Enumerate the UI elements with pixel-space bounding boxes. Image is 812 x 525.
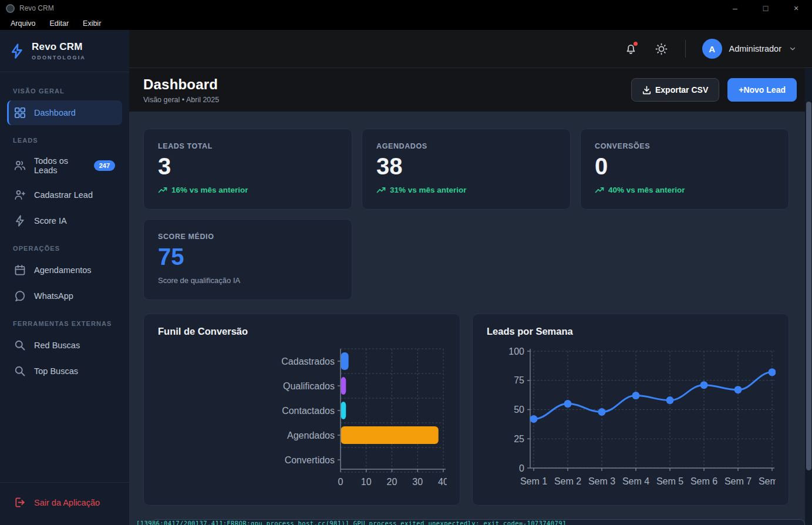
console-log-line: [13986:0417/200137.411:ERROR:gpu_process… <box>136 520 567 525</box>
stat-card-score-medio: SCORE MÉDIO75Score de qualificação IA <box>143 219 352 300</box>
svg-text:25: 25 <box>514 434 524 444</box>
console-strip: [13986:0417/200137.411:ERROR:gpu_process… <box>130 519 805 525</box>
stat-card-leads-total: LEADS TOTAL316% vs mês anterior <box>143 129 352 210</box>
maximize-button[interactable]: □ <box>759 4 772 13</box>
scrollbar-thumb[interactable] <box>806 102 811 470</box>
svg-text:30: 30 <box>412 477 423 487</box>
notifications-button[interactable] <box>624 42 638 56</box>
app-window: Revo CRM – □ × Arquivo Editar Exibir Rev… <box>0 0 812 525</box>
menu-editar[interactable]: Editar <box>43 18 75 29</box>
sidebar-item-top-buscas[interactable]: Top Buscas <box>7 359 122 383</box>
minimize-button[interactable]: – <box>729 4 742 13</box>
sidebar-nav: VISÃO GERALDashboardLEADSTodos os Leads2… <box>0 72 129 482</box>
nav-section-label-operacoes: OPERAÇÕES <box>13 245 116 252</box>
svg-text:10: 10 <box>361 477 372 487</box>
sidebar-item-whatsapp[interactable]: WhatsApp <box>7 284 122 308</box>
user-menu[interactable]: A Administrador <box>702 39 797 59</box>
sidebar-item-label: Cadastrar Lead <box>34 190 93 200</box>
stat-card-agendados: AGENDADOS3831% vs mês anterior <box>362 129 571 210</box>
window-title: Revo CRM <box>19 4 54 12</box>
calendar-icon <box>14 264 26 276</box>
vertical-scrollbar[interactable] <box>805 69 812 525</box>
notification-dot <box>634 42 638 46</box>
svg-text:0: 0 <box>338 477 343 487</box>
funnel-chart-title: Funil de Conversão <box>158 326 446 337</box>
stat-subtext: Score de qualificação IA <box>158 276 338 285</box>
svg-text:75: 75 <box>514 375 524 385</box>
page-title: Dashboard <box>143 76 219 93</box>
stat-trend: 16% vs mês anterior <box>158 186 338 194</box>
menu-exibir[interactable]: Exibir <box>77 18 107 29</box>
chevron-down-icon <box>789 45 797 53</box>
export-csv-label: Exportar CSV <box>655 85 708 95</box>
sidebar-item-label: Todos os Leads <box>34 156 86 175</box>
search-icon <box>14 365 26 377</box>
brand-name: Revo CRM <box>32 41 86 53</box>
main-area: A Administrador Dashboard Visão geral • … <box>129 30 812 525</box>
sidebar-item-red-buscas[interactable]: Red Buscas <box>7 333 122 358</box>
logout-button[interactable]: Sair da Aplicação <box>7 491 122 514</box>
svg-text:40: 40 <box>438 477 447 487</box>
sidebar-item-dashboard[interactable]: Dashboard <box>7 100 122 125</box>
stat-value: 38 <box>376 154 556 179</box>
svg-text:Contactados: Contactados <box>282 406 335 416</box>
logout-label: Sair da Aplicação <box>34 498 100 507</box>
svg-text:Sem 1: Sem 1 <box>520 476 547 486</box>
svg-text:100: 100 <box>508 346 524 356</box>
stats-grid: LEADS TOTAL316% vs mês anteriorAGENDADOS… <box>143 129 789 300</box>
svg-text:0: 0 <box>519 463 524 473</box>
stat-card-conversoes: CONVERSÕES040% vs mês anterior <box>580 129 789 210</box>
svg-text:Sem 2: Sem 2 <box>554 476 581 486</box>
chat-icon <box>14 290 26 302</box>
stat-value: 3 <box>158 154 338 179</box>
app-icon <box>6 4 15 13</box>
stat-value: 75 <box>158 244 338 269</box>
sidebar-item-cadastrar-lead[interactable]: Cadastrar Lead <box>7 183 122 207</box>
new-lead-button[interactable]: +Novo Lead <box>727 78 797 102</box>
sidebar-item-label: Score IA <box>34 216 67 226</box>
svg-text:Sem 4: Sem 4 <box>622 476 649 486</box>
sidebar-item-label: Top Buscas <box>34 366 78 376</box>
dashboard-content: LEADS TOTAL316% vs mês anteriorAGENDADOS… <box>129 112 812 525</box>
download-icon <box>642 86 651 95</box>
topbar: A Administrador <box>129 30 812 68</box>
svg-text:Sem 3: Sem 3 <box>588 476 615 486</box>
sidebar-item-label: Dashboard <box>34 108 76 117</box>
close-button[interactable]: × <box>790 4 803 13</box>
trend-up-icon <box>158 186 167 194</box>
sidebar-item-label: WhatsApp <box>34 291 73 301</box>
svg-text:Cadastrados: Cadastrados <box>281 356 335 366</box>
sidebar-item-score-ia[interactable]: Score IA <box>7 208 122 233</box>
dashboard-icon <box>14 107 26 119</box>
line-chart-title: Leads por Semana <box>487 326 774 337</box>
sidebar-item-label: Agendamentos <box>34 265 92 275</box>
sidebar-footer: Sair da Aplicação <box>0 482 129 525</box>
line-chart-card: Leads por Semana 0255075100Sem 1Sem 2Sem… <box>472 314 789 506</box>
theme-toggle-button[interactable] <box>655 42 669 56</box>
page-header: Dashboard Visão geral • Abril 2025 Expor… <box>129 68 812 112</box>
bolt-icon <box>14 215 26 227</box>
sidebar-item-agendamentos[interactable]: Agendamentos <box>7 258 122 282</box>
nav-section-label-visao-geral: VISÃO GERAL <box>13 88 116 95</box>
stat-label: LEADS TOTAL <box>158 142 338 150</box>
nav-section-label-leads: LEADS <box>13 137 116 144</box>
sidebar-item-todos-os-leads[interactable]: Todos os Leads247 <box>7 150 122 181</box>
stat-trend: 40% vs mês anterior <box>595 186 774 194</box>
menubar: Arquivo Editar Exibir <box>0 16 812 30</box>
brand: Revo CRM ODONTOLOGIA <box>0 30 129 72</box>
menu-arquivo[interactable]: Arquivo <box>5 18 41 29</box>
sidebar-item-label: Red Buscas <box>34 341 80 350</box>
svg-text:Sem 8: Sem 8 <box>759 476 776 486</box>
funnel-chart-card: Funil de Conversão CadastradosQualificad… <box>143 314 460 506</box>
sidebar: Revo CRM ODONTOLOGIA VISÃO GERALDashboar… <box>0 30 129 525</box>
brand-subtitle: ODONTOLOGIA <box>32 55 86 60</box>
svg-text:Sem 6: Sem 6 <box>690 476 717 486</box>
line-chart: 0255075100Sem 1Sem 2Sem 3Sem 4Sem 5Sem 6… <box>487 342 776 496</box>
users-icon <box>14 160 26 171</box>
user-plus-icon <box>14 189 26 201</box>
export-csv-button[interactable]: Exportar CSV <box>631 78 719 102</box>
svg-text:Sem 7: Sem 7 <box>725 476 752 486</box>
page-subtitle: Visão geral • Abril 2025 <box>143 96 219 104</box>
sun-icon <box>655 43 668 55</box>
svg-text:Agendados: Agendados <box>287 430 335 440</box>
